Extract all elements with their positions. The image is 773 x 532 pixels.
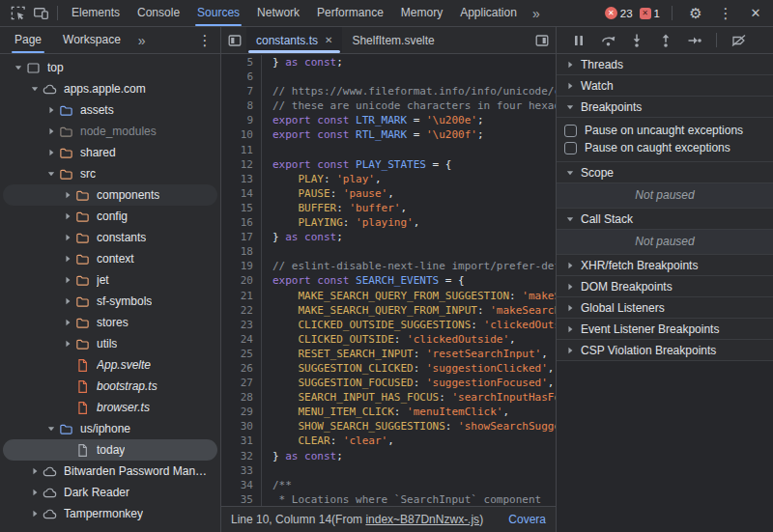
code-line[interactable]: 35 * Locations where `SearchInput` compo… [221,492,556,506]
line-number[interactable]: 35 [221,492,262,506]
caret-right-icon[interactable] [60,254,74,264]
line-number[interactable]: 12 [221,157,262,172]
code-line[interactable]: 7// https://www.fileformat.info/info/uni… [221,84,556,98]
line-number[interactable]: 27 [221,376,262,390]
caret-down-icon[interactable] [11,63,25,72]
line-number[interactable]: 25 [221,347,262,361]
tree-item-apps-apple-com[interactable]: apps.apple.com [3,78,217,99]
inspect-icon[interactable] [6,3,29,24]
tree-item-node-modules[interactable]: node_modules [3,121,217,142]
code-editor[interactable]: 5} as const;67// https://www.fileformat.… [221,54,556,506]
settings-gear-icon[interactable]: ⚙ [684,3,707,24]
tree-item-utils[interactable]: utils [3,333,217,354]
step-icon[interactable] [682,30,707,51]
line-number[interactable]: 23 [221,318,262,332]
line-number[interactable]: 34 [221,478,262,492]
tree-item-top[interactable]: top [3,57,217,78]
caret-right-icon[interactable] [60,233,74,242]
tree-item-dark-reader[interactable]: Dark Reader [3,482,217,503]
tree-item-stores[interactable]: stores [3,312,217,333]
tree-item-browser-ts[interactable]: browser.ts [3,397,217,418]
code-line[interactable]: 24 CLICKED_OUTSIDE: 'clickedOutside', [221,332,556,347]
caret-down-icon[interactable] [27,84,42,94]
code-line[interactable]: 27 SUGGESTION_FOCUSED: 'suggestionFocuse… [221,376,556,390]
caret-right-icon[interactable] [27,466,42,476]
caret-right-icon[interactable] [43,126,58,136]
console-errors-badge[interactable]: ✕ 23 [605,7,633,19]
tab-performance[interactable]: Performance [308,0,392,26]
code-line[interactable]: 18 [221,244,556,259]
line-number[interactable]: 24 [221,332,262,347]
caret-down-icon[interactable] [43,424,58,434]
code-line[interactable]: 25 RESET_SEARCH_INPUT: 'resetSearchInput… [221,347,556,361]
navigator-tab-workspace[interactable]: Workspace [52,27,131,53]
navigator-tab-page[interactable]: Page [4,27,52,53]
caret-right-icon[interactable] [60,318,74,327]
more-tabs-icon[interactable]: » [526,6,547,21]
tree-item-context[interactable]: context [3,248,217,269]
line-number[interactable]: 16 [221,215,262,230]
code-line[interactable]: 14 PAUSE: 'pause', [221,186,556,201]
code-line[interactable]: 20export const SEARCH_EVENTS = { [221,273,556,288]
code-line[interactable]: 13 PLAY: 'play', [221,172,556,186]
tree-item-us-iphone[interactable]: us/iphone [3,418,217,439]
tab-sources[interactable]: Sources [188,0,248,26]
section-watch[interactable]: Watch [557,75,773,97]
line-number[interactable]: 5 [221,55,262,70]
coverage-link[interactable]: Covera [508,513,546,526]
line-number[interactable]: 10 [221,127,262,142]
caret-down-icon[interactable] [43,169,58,179]
line-number[interactable]: 13 [221,172,262,186]
checkbox-row-pause-on-uncaught-exceptions[interactable]: Pause on uncaught exceptions [557,122,773,139]
tree-item-app-svelte[interactable]: App.svelte [3,354,217,376]
line-number[interactable]: 30 [221,419,262,434]
source-map-link[interactable]: index~B87DnNzwx-.js [365,513,479,526]
caret-right-icon[interactable] [27,509,42,518]
line-number[interactable]: 15 [221,201,262,215]
code-line[interactable]: 10export const RTL_MARK = '\u200f'; [221,127,556,142]
tree-item-constants[interactable]: constants [3,227,217,248]
code-line[interactable]: 31 CLEAR: 'clear', [221,434,556,448]
device-toolbar-icon[interactable] [29,3,52,24]
line-number[interactable]: 9 [221,113,262,127]
line-number[interactable]: 7 [221,84,262,98]
navigator-menu-icon[interactable]: ⋮ [193,30,216,51]
code-line[interactable]: 5} as const; [221,55,556,70]
code-line[interactable]: 29 MENU_ITEM_CLICK: 'menuItemClick', [221,405,556,419]
code-line[interactable]: 30 SHOW_SEARCH_SUGGESTIONS: 'showSearchS… [221,419,556,434]
pause-icon[interactable] [566,30,591,51]
line-number[interactable]: 6 [221,70,262,84]
code-line[interactable]: 8// these are unicode characters in four… [221,98,556,113]
issues-badge[interactable]: ✕ 1 [640,8,660,19]
line-number[interactable]: 33 [221,463,262,478]
editor-tab-constants-ts[interactable]: constants.ts✕ [246,27,342,53]
code-line[interactable]: 9export const LTR_MARK = '\u200e'; [221,113,556,127]
tree-item-bootstrap-ts[interactable]: bootstrap.ts [3,376,217,397]
section-dom-breakpoints[interactable]: DOM Breakpoints [557,276,773,297]
section-event-listener-breakpoints[interactable]: Event Listener Breakpoints [557,319,773,340]
section-breakpoints[interactable]: Breakpoints [557,97,773,118]
code-line[interactable]: 6 [221,70,556,84]
tree-item-today[interactable]: today [3,439,217,461]
section-global-listeners[interactable]: Global Listeners [557,297,773,319]
tab-memory[interactable]: Memory [392,0,451,26]
code-line[interactable]: 33 [221,463,556,478]
step-out-icon[interactable] [653,30,678,51]
tab-console[interactable]: Console [129,0,188,26]
tree-item-src[interactable]: src [3,163,217,184]
tree-item-config[interactable]: config [3,206,217,227]
caret-right-icon[interactable] [60,296,74,306]
code-line[interactable]: 34/** [221,478,556,492]
tab-close-icon[interactable]: ✕ [325,35,332,45]
tree-item-shared[interactable]: shared [3,142,217,163]
caret-right-icon[interactable] [60,339,74,349]
line-number[interactable]: 14 [221,186,262,201]
code-line[interactable]: 23 CLICKED_OUTSIDE_SUGGESTIONS: 'clicked… [221,318,556,332]
editor-tab-shelfitem-svelte[interactable]: ShelfItem.svelte [342,27,444,53]
checkbox[interactable] [564,125,577,137]
code-line[interactable]: 12export const PLAY_STATES = { [221,157,556,172]
toggle-navigator-icon[interactable] [223,30,246,51]
caret-right-icon[interactable] [60,190,74,200]
tree-item-jet[interactable]: jet [3,269,217,291]
line-number[interactable]: 17 [221,230,262,244]
